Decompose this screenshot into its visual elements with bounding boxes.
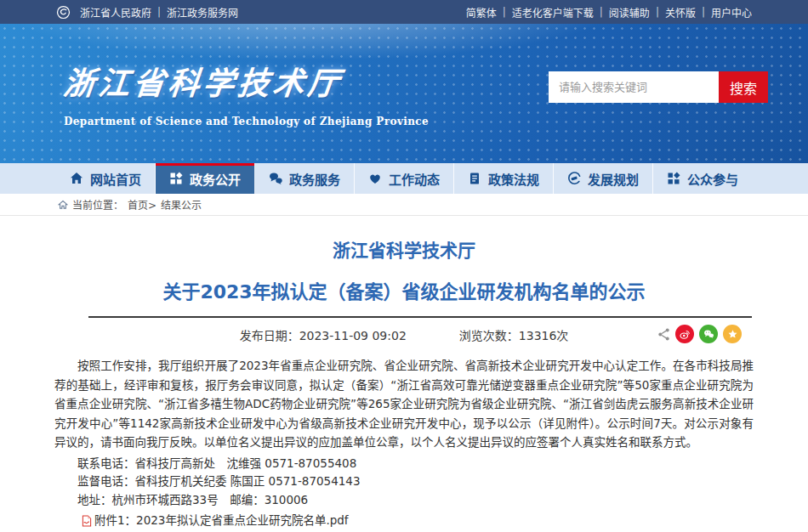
nav-item-label: 政策法规 (488, 170, 539, 188)
banner: 浙江省科学技术厅 Department of Science and Techn… (0, 24, 808, 163)
home-icon (58, 200, 68, 210)
nav-item-policies-regulations[interactable]: 政策法规 (454, 163, 554, 194)
nav-item-development-planning[interactable]: 发展规划 (554, 163, 653, 194)
link-elderly-client-download[interactable]: 适老化客户端下载 (512, 5, 594, 20)
separator: | (157, 6, 161, 18)
nav-item-gov-disclosure[interactable]: 政务公开 (156, 163, 255, 194)
view-count-value: 13316次 (519, 329, 569, 342)
nav-item-gov-services[interactable]: 政务服务 (255, 163, 355, 194)
nav-item-label: 工作动态 (389, 170, 440, 188)
nav-item-label: 政务公开 (190, 170, 241, 188)
share-nodes-icon[interactable] (657, 327, 670, 342)
publish-date: 发布日期：2023-11-09 09:02 (240, 326, 407, 343)
banner-inner: 浙江省科学技术厅 Department of Science and Techn… (0, 24, 808, 163)
nav-item-home[interactable]: 网站首页 (56, 163, 156, 194)
nav-item-label: 公众参与 (687, 170, 738, 188)
breadcrumb-current: 结果公示 (161, 197, 202, 212)
topbar: 浙江省人民政府 | 浙江政务服务网 简繁体 | 适老化客户端下载 | 阅读辅助 … (0, 0, 808, 24)
publish-date-label: 发布日期： (240, 329, 299, 342)
nav-item-label: 网站首页 (90, 170, 141, 188)
topbar-right: 简繁体 | 适老化客户端下载 | 阅读辅助 | 关怀版 | 用户中心 (466, 5, 752, 20)
view-count-label: 浏览次数： (459, 329, 519, 342)
blocks-icon (169, 172, 183, 185)
chat-bubbles-icon (269, 172, 282, 185)
page: 浙江省人民政府 | 浙江政务服务网 简繁体 | 适老化客户端下载 | 阅读辅助 … (0, 0, 808, 532)
link-gov-service-net[interactable]: 浙江政务服务网 (167, 5, 238, 20)
site-subtitle-en: Department of Science and Technology of … (64, 116, 429, 127)
contact-block: 联系电话：省科技厅高新处 沈维强 0571-87055408 监督电话：省科技厅… (54, 455, 754, 510)
supervision-phone: 监督电话：省科技厅机关纪委 陈国正 0571-87054143 (54, 473, 754, 491)
breadcrumb-prefix: 当前位置： (72, 197, 123, 212)
brand: 浙江省科学技术厅 Department of Science and Techn… (64, 58, 429, 127)
link-reading-assist[interactable]: 阅读辅助 (609, 5, 650, 20)
blocks-icon (667, 172, 680, 185)
wechat-share-icon[interactable] (699, 325, 718, 343)
link-user-center[interactable]: 用户中心 (711, 5, 752, 20)
attachment-link[interactable]: 附件1：2023年拟认定省重点企业研究院名单.pdf (94, 512, 349, 530)
publish-date-value: 2023-11-09 09:02 (299, 329, 407, 342)
heart-icon (368, 172, 382, 185)
separator: | (656, 6, 659, 18)
qzone-share-icon[interactable] (723, 325, 742, 343)
nav-item-public-participation[interactable]: 公众参与 (653, 163, 752, 194)
search-button[interactable]: 搜索 (719, 71, 768, 103)
separator: | (702, 6, 705, 18)
pdf-file-icon (82, 515, 92, 527)
article-meta: 发布日期：2023-11-09 09:02 浏览次数：13316次 (54, 321, 754, 348)
search-input[interactable] (549, 71, 719, 103)
contact-phone: 联系电话：省科技厅高新处 沈维强 0571-87055408 (54, 455, 754, 473)
nav-item-work-updates[interactable]: 工作动态 (355, 163, 454, 194)
site-title: 浙江省科学技术厅 (61, 58, 431, 104)
document-icon (468, 172, 481, 185)
weibo-share-icon[interactable] (675, 325, 694, 343)
separator: | (503, 6, 506, 18)
breadcrumb-home[interactable]: 首页> (128, 197, 156, 212)
title-divider (88, 316, 752, 318)
breadcrumb: 当前位置： 首页> 结果公示 (0, 194, 808, 216)
search-bar: 搜索 (549, 71, 768, 103)
handshake-icon (567, 172, 581, 185)
nav-item-label: 政务服务 (289, 170, 340, 188)
attachments: 附件1：2023年拟认定省重点企业研究院名单.pdf 附件2：2023年拟认定省… (54, 512, 754, 532)
article-title: 关于2023年拟认定（备案）省级企业研发机构名单的公示 (54, 276, 754, 303)
attachment-row: 附件1：2023年拟认定省重点企业研究院名单.pdf (54, 512, 754, 530)
nav-item-label: 发展规划 (588, 170, 639, 188)
view-count: 浏览次数：13316次 (459, 326, 569, 343)
home-icon (70, 172, 83, 185)
main-nav-inner: 网站首页 政务公开 政务服务 工作动态 (56, 163, 752, 194)
article-paragraph: 按照工作安排，我厅组织开展了2023年省重点企业研究院、省企业研究院、省高新技术… (54, 356, 754, 452)
article-org-title: 浙江省科学技术厅 (54, 236, 754, 262)
link-care-version[interactable]: 关怀版 (665, 5, 696, 20)
article: 浙江省科学技术厅 关于2023年拟认定（备案）省级企业研发机构名单的公示 发布日… (0, 236, 808, 532)
topbar-left: 浙江省人民政府 | 浙江政务服务网 (56, 5, 238, 20)
link-provincial-government[interactable]: 浙江省人民政府 (80, 5, 151, 20)
link-simplified-traditional[interactable]: 简繁体 (466, 5, 497, 20)
address-line: 地址：杭州市环城西路33号 邮编：310006 (54, 491, 754, 510)
zhejiang-gov-logo-icon (56, 5, 71, 20)
separator: | (600, 6, 603, 18)
share-toolbar (657, 325, 742, 343)
main-nav: 网站首页 政务公开 政务服务 工作动态 (0, 163, 808, 194)
